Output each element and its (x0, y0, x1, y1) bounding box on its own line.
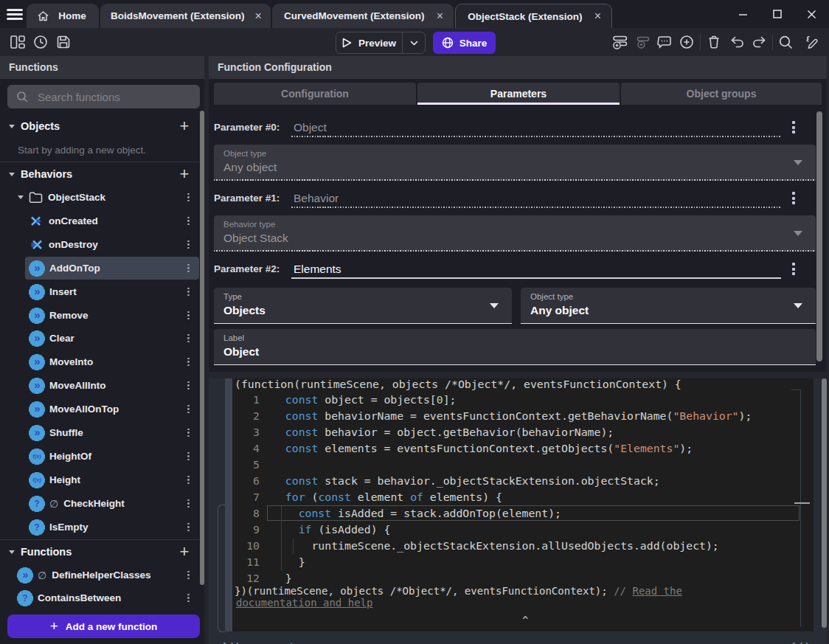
tab-parameters[interactable]: Parameters (417, 83, 620, 105)
sidebar-item-shuffle[interactable]: »Shuffle (3, 421, 199, 444)
trash-icon[interactable] (706, 34, 723, 51)
section-add-icon[interactable]: + (175, 117, 194, 136)
sidebar-item-isempty[interactable]: ?IsEmpty (3, 516, 199, 539)
parameters-scrollbar[interactable] (816, 111, 822, 361)
item-menu-icon[interactable] (187, 264, 190, 273)
param-0-menu-icon[interactable] (792, 121, 795, 134)
events-header-strip (209, 372, 827, 378)
code-line-6: 6 const stack = behavior._objectStackExt… (232, 473, 260, 489)
sidebar-item-addontop[interactable]: »AddOnTop (25, 257, 199, 280)
add-function-button[interactable]: + Add a new function (7, 614, 200, 638)
param-1-behavior-type-select[interactable]: Behavior type Object Stack (214, 215, 816, 252)
code-editor[interactable]: (function(runtimeScene, objects /*Object… (225, 378, 814, 631)
preview-button[interactable]: Preview (336, 32, 426, 54)
window-maximize-button[interactable] (766, 0, 788, 28)
sidebar-item-moveallontop[interactable]: »MoveAllOnTop (3, 398, 199, 420)
tab-object-groups[interactable]: Object groups (621, 83, 822, 105)
section-header-functions[interactable]: Functions+ (0, 541, 200, 563)
item-menu-icon[interactable] (187, 193, 190, 202)
menu-icon[interactable] (7, 9, 23, 20)
search-icon[interactable] (777, 34, 794, 51)
section-header-objects[interactable]: Objects+ (0, 115, 200, 137)
add-button[interactable]: Add (791, 640, 808, 644)
item-menu-icon[interactable] (187, 334, 190, 343)
tab-configuration[interactable]: Configuration (214, 83, 416, 105)
sidebar-item-insert[interactable]: »Insert (3, 280, 199, 303)
add-subevent-icon[interactable] (634, 34, 651, 51)
item-menu-icon[interactable] (187, 240, 190, 249)
share-button[interactable]: Share (433, 32, 496, 54)
code-wrapper-open: (function(runtimeScene, objects /*Object… (235, 378, 681, 392)
edit-extension-icon[interactable] (802, 34, 819, 51)
sidebar-item-checkheight[interactable]: ?∅CheckHeight (3, 492, 199, 515)
param-1-menu-icon[interactable] (792, 192, 795, 204)
comment-icon[interactable] (656, 34, 673, 51)
function-expression-icon: f(x) (30, 473, 44, 488)
window-close-button[interactable] (800, 0, 822, 28)
item-menu-icon[interactable] (187, 405, 190, 414)
sidebar-item-remove[interactable]: »Remove (3, 304, 199, 327)
tab-curvedmovement-extension[interactable]: CurvedMovement (Extension)× (272, 4, 454, 28)
param-0-object-type-select[interactable]: Object type Any object (214, 145, 816, 181)
sidebar-item-clear[interactable]: »Clear (3, 327, 199, 350)
item-menu-icon[interactable] (187, 594, 190, 603)
param-0-name-input[interactable]: Object (294, 118, 327, 136)
sidebar-item-moveallinto[interactable]: »MoveAllInto (3, 374, 199, 397)
item-menu-icon[interactable] (187, 571, 190, 580)
save-icon[interactable] (55, 34, 72, 51)
section-add-icon[interactable]: + (175, 165, 194, 184)
sidebar-item-heightof[interactable]: f(x)HeightOf (3, 445, 199, 468)
sidebar-item-moveinto[interactable]: »MoveInto (3, 350, 199, 373)
item-menu-icon[interactable] (187, 476, 190, 485)
section-caret-icon (9, 125, 15, 128)
add-circle-icon[interactable] (679, 34, 696, 51)
history-icon[interactable] (32, 34, 49, 51)
item-menu-icon[interactable] (187, 358, 190, 367)
section-add-icon[interactable]: + (175, 542, 194, 561)
tab-boidsmovement-extension[interactable]: BoidsMovement (Extension)× (100, 4, 271, 28)
param-2-name-input[interactable]: Elements (294, 260, 341, 278)
sidebar-item-containsbetween[interactable]: ?ContainsBetween (3, 586, 199, 609)
sidebar-item-ondestroy[interactable]: onDestroy (3, 233, 199, 256)
documentation-link[interactable]: documentation and help (236, 597, 372, 609)
item-menu-icon[interactable] (187, 288, 190, 297)
param-2-label-input[interactable]: Label Object (214, 329, 816, 365)
sidebar-item-height[interactable]: f(x)Height (3, 468, 199, 491)
window-minimize-button[interactable] (732, 0, 754, 28)
add-event-icon[interactable] (611, 34, 628, 51)
tab-objectstack-extension[interactable]: ObjectStack (Extension)× (455, 4, 612, 28)
sidebar-item-objectstack[interactable]: ObjectStack (3, 186, 199, 209)
item-menu-icon[interactable] (187, 429, 190, 437)
item-menu-icon[interactable] (187, 381, 190, 390)
preview-button-main[interactable]: Preview (336, 32, 402, 53)
item-menu-icon[interactable] (187, 311, 190, 320)
undo-icon[interactable] (729, 34, 746, 51)
field-value: Objects (223, 304, 266, 317)
redo-icon[interactable] (751, 34, 768, 51)
tab-close-icon[interactable]: × (594, 10, 601, 23)
search-placeholder: Search functions (38, 91, 120, 103)
tab-home[interactable]: Home (27, 4, 99, 28)
overview-ruler-tick (791, 389, 801, 390)
private-icon: ∅ (38, 569, 46, 581)
sidebar-item-definehelperclasses[interactable]: »∅DefineHelperClasses (3, 564, 199, 586)
panels-icon[interactable] (10, 34, 27, 51)
item-menu-icon[interactable] (187, 217, 190, 226)
tab-close-icon[interactable]: × (255, 10, 262, 23)
section-header-behaviors[interactable]: Behaviors+ (0, 163, 200, 185)
item-menu-icon[interactable] (187, 452, 190, 461)
tree-caret-icon[interactable] (18, 195, 24, 199)
item-menu-icon[interactable] (187, 523, 190, 532)
search-input[interactable]: Search functions (7, 85, 200, 108)
param-1-name-input[interactable]: Behavior (294, 189, 339, 207)
add-event-button[interactable]: Add a new event (221, 640, 293, 644)
preview-dropdown-button[interactable] (402, 32, 425, 53)
tab-close-icon[interactable]: × (437, 10, 443, 23)
collapse-caret-icon[interactable]: ^ (522, 614, 528, 626)
item-menu-icon[interactable] (187, 499, 190, 508)
events-scrollbar[interactable] (822, 378, 827, 628)
param-2-object-type-select[interactable]: Object type Any object (521, 288, 816, 324)
param-2-menu-icon[interactable] (792, 263, 795, 275)
sidebar-item-oncreated[interactable]: onCreated (3, 210, 199, 232)
param-2-type-select[interactable]: Type Objects (214, 288, 512, 324)
